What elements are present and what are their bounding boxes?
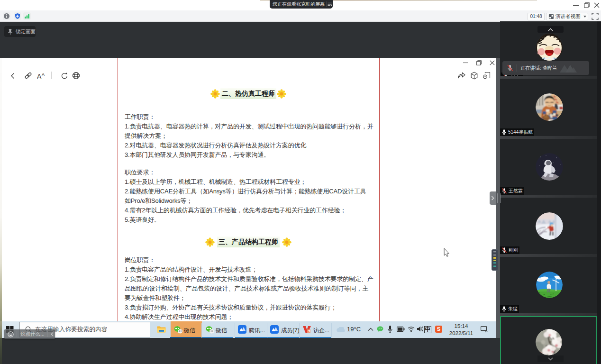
svg-text:A: A (37, 73, 42, 80)
svg-text:A: A (42, 72, 45, 77)
